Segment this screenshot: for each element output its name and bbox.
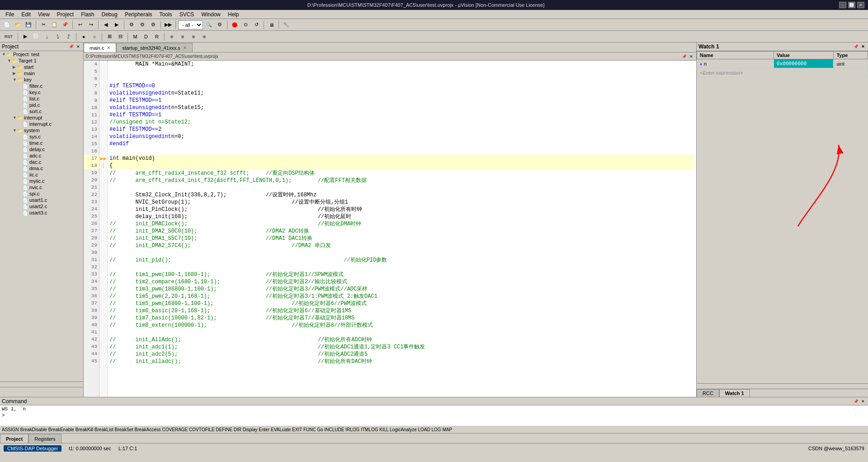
code-line-16[interactable]	[109, 148, 694, 155]
menu-item-edit[interactable]: Edit	[18, 10, 34, 19]
tree-item-myiic-c[interactable]: 📄myiic.c	[0, 178, 83, 184]
code-line-10[interactable]: volatile unsigned int n=State15;	[109, 104, 694, 111]
step-out-btn[interactable]: ⤴	[64, 32, 74, 42]
watch-name-cell[interactable]: ♦n	[697, 59, 774, 68]
bp-disable-btn[interactable]: ○	[90, 32, 99, 42]
command-pin-btn[interactable]: 📌	[853, 398, 859, 405]
menu-item-file[interactable]: File	[2, 10, 18, 19]
nav-fwd-btn[interactable]: ▶	[112, 20, 122, 30]
code-line-20[interactable]: // arm_cfft_radix4_init_f32(&scfft,FFT_L…	[109, 176, 694, 184]
code-line-40[interactable]: // tim8_extern(100000-1); //初始化定时器8//外部计…	[109, 321, 694, 329]
editor-tab-1[interactable]: startup_stm32f40_41xxx.s✕	[116, 43, 192, 52]
code-line-39[interactable]: // tim7_basic(10000-1,82-1); //初始化定时器7//…	[109, 314, 694, 321]
window-controls[interactable]: − ⬜ ✕	[839, 2, 864, 8]
redo-btn[interactable]: ↪	[86, 20, 96, 30]
tree-item-interrupt[interactable]: ▼📁interrupt	[0, 114, 83, 121]
tab-close-1[interactable]: ✕	[183, 45, 187, 50]
code-line-5[interactable]	[109, 68, 694, 75]
code-line-25[interactable]: delay_init(168); //初始化延时	[109, 213, 694, 220]
tree-item-sort-c[interactable]: 📄sort.c	[0, 108, 83, 114]
command-content[interactable]: WS 1, `n >	[0, 405, 868, 426]
editor-close-btn[interactable]: ✕	[688, 53, 694, 60]
stop2-btn[interactable]: ⬜	[31, 32, 41, 42]
tree-item-system[interactable]: ▼📁system	[0, 127, 83, 133]
code-line-32[interactable]	[109, 263, 694, 271]
save-btn[interactable]: 💾	[24, 20, 33, 30]
menu-item-project[interactable]: Project	[53, 10, 77, 19]
open-btn[interactable]: 📂	[13, 20, 23, 30]
code-line-13[interactable]: #elif TESTMOD==2	[109, 126, 694, 133]
nav-back-btn[interactable]: ◀	[101, 20, 111, 30]
tree-item-sys-c[interactable]: 📄sys.c	[0, 133, 83, 140]
code-line-18[interactable]: {	[109, 162, 694, 169]
code-line-45[interactable]: // init_alladc(); //初始化所有DAC时钟	[109, 357, 694, 365]
search-btn[interactable]: 🔍	[204, 20, 214, 30]
func3-btn[interactable]: ⚙	[148, 20, 158, 30]
pause-btn[interactable]: ⊙	[241, 20, 250, 30]
code-line-38[interactable]: // tim6_basic(20-1,168-1); //初始化定时器6//基础…	[109, 307, 694, 314]
tree-item-filter-c[interactable]: 📄filter.c	[0, 83, 83, 89]
tree-item-usart1-c[interactable]: 📄usart1.c	[0, 197, 83, 203]
code-line-34[interactable]: // tim2_compare(1680-1,10-1); //初始化定时器2/…	[109, 278, 694, 285]
project-close-btn[interactable]: ✕	[75, 43, 81, 50]
code-line-44[interactable]: // init_adc2(5); //初始化ADC2通道5	[109, 350, 694, 357]
tree-item-spi-c[interactable]: 📄spi.c	[0, 191, 83, 197]
menu-item-peripherals[interactable]: Peripherals	[121, 10, 156, 19]
code-line-37[interactable]: // tim5_pwm(16800-1,100-1); //初始化定时器6//P…	[109, 300, 694, 307]
command-input[interactable]	[7, 413, 866, 418]
view3-btn[interactable]: ≡	[189, 32, 198, 42]
restore-button[interactable]: ⬜	[848, 2, 855, 8]
stop-btn[interactable]: ⬤	[230, 20, 240, 30]
code-line-36[interactable]: // tim5_pwm(2,20-1,168-1); //初始化定时器3/1:P…	[109, 292, 694, 300]
code-line-43[interactable]: // init_adc1(1); //初始化ADC1通道1,定时器3 CC1事件…	[109, 343, 694, 350]
code-line-30[interactable]	[109, 249, 694, 256]
reset-btn[interactable]: ↺	[251, 20, 261, 30]
watch-tab-watch-1[interactable]: Watch 1	[719, 389, 750, 397]
watch-pin-btn[interactable]: 📌	[853, 43, 859, 50]
project-scrollbar[interactable]	[0, 381, 83, 387]
code-line-27[interactable]: // init_DMA2_S0C0(10); //DMA2 ADC转换	[109, 227, 694, 234]
func2-btn[interactable]: ⚙	[137, 20, 147, 30]
tree-item-interrupt-c[interactable]: 📄interrupt.c	[0, 121, 83, 127]
watch-name-placeholder[interactable]: <Enter expression>	[697, 68, 774, 77]
code-line-19[interactable]: // arm_cfft_radix4_instance_f32 scfft; /…	[109, 169, 694, 176]
bottom-tab-registers[interactable]: Registers	[28, 434, 61, 443]
code-line-21[interactable]	[109, 184, 694, 191]
tree-item-dma-c[interactable]: 📄dma.c	[0, 165, 83, 171]
watch-tab-rcc[interactable]: RCC	[697, 389, 719, 397]
settings-btn[interactable]: ⚙	[215, 20, 225, 30]
menu-item-svcs[interactable]: SVCS	[176, 10, 198, 19]
tree-item-usart2-c[interactable]: 📄usart2.c	[0, 203, 83, 210]
watch-scrollbar[interactable]	[697, 383, 868, 389]
menu-item-flash[interactable]: Flash	[77, 10, 98, 19]
watch-value-cell[interactable]: 0x00000000	[774, 59, 834, 68]
tree-item-dac-c[interactable]: 📄dac.c	[0, 159, 83, 165]
wrench-btn[interactable]: 🔧	[281, 20, 291, 30]
window-btn[interactable]: ⊞	[104, 32, 114, 42]
tree-item-iic-c[interactable]: 📄iic.c	[0, 171, 83, 178]
project-pin-btn[interactable]: 📌	[68, 43, 74, 50]
tree-item-Target-1[interactable]: ▼📁Target 1	[0, 57, 83, 64]
config-dropdown[interactable]: - all -	[178, 20, 203, 29]
debug-run-btn[interactable]: ▶▶	[163, 20, 173, 30]
copy-btn[interactable]: 📋	[49, 20, 59, 30]
tree-item-delay-c[interactable]: 📄delay.c	[0, 146, 83, 152]
code-line-41[interactable]	[109, 329, 694, 336]
tree-item-adc-c[interactable]: 📄adc.c	[0, 152, 83, 159]
editor-pin-btn[interactable]: 📌	[681, 53, 687, 60]
code-line-7[interactable]: #if TESTMOD==0	[109, 82, 694, 90]
disasm-btn[interactable]: D	[141, 32, 151, 42]
paste-btn[interactable]: 📌	[60, 20, 70, 30]
step-btn[interactable]: ↓	[42, 32, 52, 42]
code-line-12[interactable]: //unsigned int n=State12;	[109, 119, 694, 126]
tab-close-0[interactable]: ✕	[107, 45, 110, 50]
code-line-29[interactable]: // init_DMA2_S7C4(); //DMA2 串口发	[109, 242, 694, 249]
tree-item-Project--test[interactable]: ▼📁Project: test	[0, 51, 83, 57]
code-line-22[interactable]: Stm32_Clock_Init(336,8,2,7); //设置时钟,168M…	[109, 191, 694, 198]
tree-item-main[interactable]: ▶📁main	[0, 70, 83, 76]
view4-btn[interactable]: ≡	[199, 32, 209, 42]
tree-item-key[interactable]: ▼📁key	[0, 76, 83, 83]
reset2-btn[interactable]: RST	[2, 32, 15, 42]
code-line-35[interactable]: // tim3_pwm(186800-1,100-1); //初始化定时器3//…	[109, 285, 694, 292]
cut-btn[interactable]: ✂	[38, 20, 48, 30]
